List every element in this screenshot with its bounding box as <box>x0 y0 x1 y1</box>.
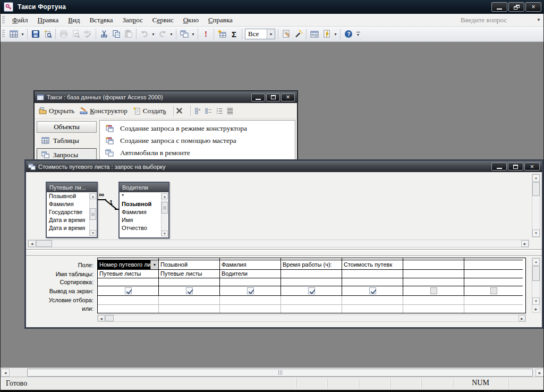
help-button[interactable]: ? <box>342 28 354 40</box>
view-dropdown-icon[interactable]: ▼ <box>20 32 26 36</box>
scroll-right-icon[interactable]: ▶ <box>518 315 525 321</box>
or-cell[interactable] <box>98 305 159 313</box>
objects-header[interactable]: Объекты <box>37 121 97 133</box>
scroll-down-icon[interactable]: ▼ <box>532 297 540 305</box>
scroll-up-icon[interactable]: ▲ <box>532 258 540 266</box>
show-cell[interactable] <box>220 286 281 296</box>
scroll-down-icon[interactable]: ▼ <box>90 230 96 236</box>
scrollbar-thumb[interactable] <box>27 369 533 377</box>
print-button[interactable] <box>57 28 70 40</box>
table-cell[interactable] <box>464 270 523 278</box>
field-list-voditeli[interactable]: Водители * Позывной Фамилия Имя Отчество… <box>118 182 169 238</box>
menu-window[interactable]: Окно <box>178 15 203 25</box>
redo-button[interactable] <box>156 28 168 40</box>
criteria-cell[interactable] <box>98 296 159 305</box>
show-cell[interactable] <box>98 286 159 296</box>
menu-query[interactable]: Запрос <box>118 15 148 25</box>
field-list-putevye-listy[interactable]: Путевые ли... Позывной Фамилия Государст… <box>46 182 98 238</box>
pane-splitter[interactable] <box>26 249 542 255</box>
sort-cell[interactable] <box>220 278 281 286</box>
view-datasheet-button[interactable] <box>7 28 20 40</box>
field-list-scrollbar[interactable]: ▲ ▼ <box>89 193 96 236</box>
query-type-button[interactable] <box>178 28 190 40</box>
show-checkbox[interactable] <box>430 287 437 294</box>
details-view-button[interactable] <box>226 107 234 115</box>
sort-cell[interactable] <box>403 278 464 286</box>
scroll-right-icon[interactable]: ▶ <box>536 369 544 377</box>
scroll-left-icon[interactable]: ◀ <box>28 240 36 247</box>
menu-help[interactable]: Справка <box>203 15 237 25</box>
scroll-up-icon[interactable]: ▲ <box>162 193 168 199</box>
table-cell[interactable]: Водители <box>220 270 281 278</box>
show-checkbox[interactable] <box>369 287 376 294</box>
scroll-up-icon[interactable]: ▲ <box>90 193 96 199</box>
field-cell[interactable] <box>464 260 523 270</box>
sort-cell[interactable] <box>159 278 220 286</box>
print-preview-button[interactable] <box>70 28 82 40</box>
scroll-down-icon[interactable]: ▼ <box>532 229 540 237</box>
delete-button[interactable] <box>175 107 183 115</box>
close-button[interactable]: × <box>525 2 541 12</box>
top-values-dropdown-icon[interactable]: ▼ <box>267 29 275 39</box>
sort-cell[interactable] <box>342 278 403 286</box>
criteria-cell[interactable] <box>403 296 464 305</box>
properties-button[interactable] <box>280 28 292 40</box>
list-item[interactable]: Автомобили в ремонте <box>100 147 295 159</box>
ask-question-input[interactable]: Введите вопрос <box>461 16 535 24</box>
file-search-button[interactable] <box>41 28 54 40</box>
sort-cell[interactable] <box>98 278 159 286</box>
show-cell[interactable] <box>464 286 523 296</box>
copy-button[interactable] <box>110 28 122 40</box>
criteria-cell[interactable] <box>281 296 342 305</box>
sort-cell[interactable] <box>464 278 523 286</box>
menu-tools[interactable]: Сервис <box>148 15 178 25</box>
field-cell[interactable] <box>403 260 464 270</box>
cut-button[interactable] <box>98 28 110 40</box>
field-list-scrollbar[interactable]: ▲ ▼ <box>161 193 168 236</box>
new-object-button[interactable] <box>320 28 333 40</box>
table-pane-vertical-scrollbar[interactable]: ▲ ▼ <box>532 174 540 237</box>
paste-button[interactable] <box>122 28 134 40</box>
list-item[interactable]: Создание запроса в режиме конструктора <box>100 122 295 134</box>
grid-vertical-scrollbar[interactable]: ▲ ▼ ▶ <box>532 258 540 313</box>
show-checkbox[interactable] <box>490 287 497 294</box>
scroll-left-icon[interactable]: ◀ <box>1 369 10 377</box>
undo-button[interactable] <box>138 28 150 40</box>
show-checkbox[interactable] <box>125 287 132 294</box>
large-icons-button[interactable]: a <box>194 107 202 115</box>
grid-horizontal-scrollbar[interactable]: ◀ ▶ <box>97 314 526 322</box>
redo-dropdown-icon[interactable]: ▼ <box>168 32 174 36</box>
show-checkbox[interactable] <box>186 287 193 294</box>
show-cell[interactable] <box>342 286 403 296</box>
table-cell[interactable] <box>281 270 342 278</box>
table-cell[interactable] <box>403 270 464 278</box>
top-values-combobox[interactable]: Все ▼ <box>245 29 275 39</box>
restore-button[interactable] <box>508 2 524 12</box>
table-pane-horizontal-scrollbar[interactable]: ◀ ▶ <box>28 240 529 248</box>
criteria-cell[interactable] <box>342 296 403 305</box>
undo-dropdown-icon[interactable]: ▼ <box>150 32 156 36</box>
menubar-drag-handle[interactable] <box>2 16 5 24</box>
query-minimize-button[interactable] <box>491 163 507 171</box>
scroll-down-icon[interactable]: ▼ <box>162 231 168 236</box>
field-cell[interactable]: Фамилия <box>220 260 281 270</box>
build-button[interactable] <box>292 28 304 40</box>
minimize-button[interactable] <box>491 2 507 12</box>
scroll-right-icon[interactable]: ▶ <box>532 305 540 312</box>
join-line[interactable] <box>115 209 119 210</box>
or-cell[interactable] <box>464 305 523 313</box>
field-cell[interactable]: Стоимость путевк <box>342 260 403 270</box>
criteria-cell[interactable] <box>464 296 523 305</box>
query-type-dropdown-icon[interactable]: ▼ <box>190 32 196 36</box>
or-cell[interactable] <box>281 305 342 313</box>
new-object-dropdown-icon[interactable]: ▼ <box>333 32 338 36</box>
criteria-cell[interactable] <box>220 296 281 305</box>
criteria-cell[interactable] <box>159 296 220 305</box>
show-cell[interactable] <box>159 286 220 296</box>
save-button[interactable] <box>29 28 41 40</box>
db-minimize-button[interactable] <box>251 93 265 101</box>
table-cell[interactable]: Путевые листы <box>159 270 220 278</box>
scroll-up-icon[interactable]: ▲ <box>532 174 540 182</box>
toolbar-options-button[interactable]: ▼ <box>354 28 362 40</box>
toolbar-drag-handle[interactable] <box>2 30 5 38</box>
